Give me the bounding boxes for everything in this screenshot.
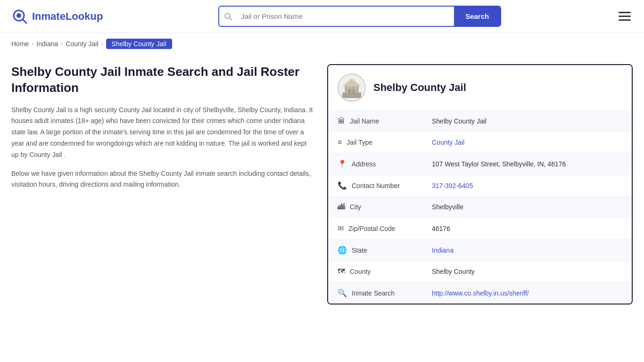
svg-rect-13	[356, 86, 358, 92]
value-cell: http://www.co.shelby.in.us/sheriff/	[422, 282, 632, 304]
value-cell: Shelby County	[422, 261, 632, 282]
breadcrumb-sep-3: ›	[101, 41, 103, 47]
svg-line-4	[230, 17, 232, 20]
search-button[interactable]: Search	[454, 7, 500, 26]
label-cell: 📍 Address	[328, 153, 422, 175]
svg-rect-11	[349, 86, 351, 92]
field-label: Jail Name	[350, 117, 379, 125]
label-cell: ✉ Zip/Postal Code	[328, 218, 422, 239]
value-link[interactable]: Indiana	[432, 247, 454, 254]
left-panel: Shelby County Jail Inmate Search and Jai…	[11, 64, 313, 198]
table-row: 📍 Address107 West Taylor Street, Shelbyv…	[328, 153, 632, 175]
value-link[interactable]: http://www.co.shelby.in.us/sheriff/	[432, 289, 529, 297]
field-label: Zip/Postal Code	[348, 225, 396, 232]
label-cell: 🏛 Jail Name	[328, 111, 422, 132]
field-label: Jail Type	[347, 139, 372, 146]
table-row: ✉ Zip/Postal Code46176	[328, 218, 632, 239]
label-cell: 🔍 Inmate Search	[328, 282, 422, 304]
row-icon: 🔍	[338, 288, 347, 297]
menu-button[interactable]	[617, 10, 633, 23]
breadcrumb-sep-2: ›	[61, 41, 63, 47]
label-cell: 📞 Contact Number	[328, 175, 422, 197]
row-icon: 📍	[338, 159, 347, 168]
breadcrumb-sep-1: ›	[32, 41, 33, 47]
row-icon: 🏛	[338, 117, 345, 125]
table-row: 🗺 CountyShelby County	[328, 261, 632, 282]
label-cell: 🏙 City	[328, 197, 422, 218]
facility-name: Shelby County Jail	[373, 82, 466, 94]
value-cell: 317-392-6405	[422, 175, 632, 197]
row-icon: 🗺	[338, 267, 345, 276]
label-cell: 🌐 State	[328, 239, 422, 261]
row-icon: 🌐	[338, 246, 347, 255]
field-label: City	[350, 203, 361, 211]
table-row: 🏙 CityShelbyville	[328, 197, 632, 218]
svg-point-2	[17, 13, 21, 18]
field-label: State	[352, 247, 367, 254]
svg-rect-5	[342, 92, 361, 98]
row-icon: 📞	[338, 181, 347, 190]
field-label: County	[350, 268, 371, 275]
value-cell: Shelbyville	[422, 197, 632, 218]
row-icon: 🏙	[338, 203, 345, 211]
logo-link[interactable]: InmateLookup	[11, 8, 103, 25]
table-row: 🌐 StateIndiana	[328, 239, 632, 261]
breadcrumb-home[interactable]: Home	[11, 40, 29, 48]
breadcrumb: Home › Indiana › County Jail › Shelby Co…	[0, 33, 644, 55]
facility-details-table: 🏛 Jail NameShelby County Jail≡ Jail Type…	[328, 111, 632, 304]
breadcrumb-county-jail[interactable]: County Jail	[66, 40, 98, 48]
svg-marker-7	[342, 78, 361, 86]
value-link[interactable]: 317-392-6405	[432, 182, 473, 189]
search-icon	[219, 12, 237, 21]
table-row: 🏛 Jail NameShelby County Jail	[328, 111, 632, 132]
site-header: InmateLookup Search	[0, 0, 644, 33]
value-cell: Shelby County Jail	[422, 111, 632, 132]
field-label: Inmate Search	[352, 289, 395, 297]
table-row: 🔍 Inmate Searchhttp://www.co.shelby.in.u…	[328, 282, 632, 304]
breadcrumb-current: Shelby County Jail	[106, 39, 172, 49]
main-content: Shelby County Jail Inmate Search and Jai…	[0, 55, 644, 314]
svg-rect-10	[346, 86, 347, 92]
row-icon: ✉	[338, 224, 344, 233]
value-link[interactable]: County Jail	[432, 139, 464, 146]
svg-line-1	[23, 19, 26, 23]
logo-text: InmateLookup	[32, 10, 103, 23]
search-input[interactable]	[237, 8, 454, 25]
breadcrumb-indiana[interactable]: Indiana	[36, 40, 58, 48]
value-cell: 46176	[422, 218, 632, 239]
page-title: Shelby County Jail Inmate Search and Jai…	[11, 64, 313, 96]
description-2: Below we have given information about th…	[11, 168, 313, 191]
field-label: Contact Number	[352, 182, 400, 189]
card-header: Shelby County Jail	[328, 65, 632, 111]
row-icon: ≡	[338, 138, 342, 147]
label-cell: ≡ Jail Type	[328, 132, 422, 153]
table-row: 📞 Contact Number317-392-6405	[328, 175, 632, 197]
value-cell: 107 West Taylor Street, Shelbyville, IN,…	[422, 153, 632, 175]
facility-avatar	[338, 74, 366, 102]
value-cell: Indiana	[422, 239, 632, 261]
svg-rect-12	[353, 86, 354, 92]
logo-icon	[11, 8, 28, 25]
value-cell: County Jail	[422, 132, 632, 153]
facility-info-card: Shelby County Jail 🏛 Jail NameShelby Cou…	[327, 64, 633, 304]
label-cell: 🗺 County	[328, 261, 422, 282]
search-area: Search	[218, 6, 501, 27]
table-row: ≡ Jail TypeCounty Jail	[328, 132, 632, 153]
search-wrapper: Search	[218, 6, 501, 27]
field-label: Address	[352, 160, 376, 168]
description-1: Shelby County Jail is a high security Co…	[11, 105, 313, 161]
